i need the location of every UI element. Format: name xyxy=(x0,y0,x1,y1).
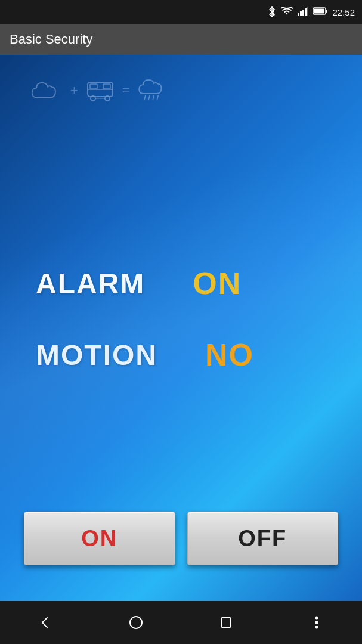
cloud-rain-icon xyxy=(137,79,171,103)
recents-button[interactable] xyxy=(212,608,240,637)
button-area: ON OFF xyxy=(12,512,350,589)
svg-rect-20 xyxy=(221,618,231,627)
svg-point-23 xyxy=(315,626,318,629)
svg-point-21 xyxy=(315,617,318,620)
bluetooth-icon xyxy=(268,6,276,18)
svg-line-17 xyxy=(153,95,154,100)
svg-line-15 xyxy=(144,95,146,100)
alarm-value: ON xyxy=(193,265,242,301)
back-button[interactable] xyxy=(31,608,60,637)
motion-value: NO xyxy=(205,337,254,373)
svg-rect-14 xyxy=(103,84,110,89)
svg-rect-6 xyxy=(326,10,327,13)
svg-rect-3 xyxy=(305,8,307,16)
title-bar: Basic Security xyxy=(0,24,362,55)
wifi-icon xyxy=(281,7,293,17)
battery-icon xyxy=(313,7,327,17)
home-button[interactable] xyxy=(122,608,150,637)
app-title: Basic Security xyxy=(10,32,92,47)
motion-row: MOTION NO xyxy=(36,337,254,373)
motion-label: MOTION xyxy=(36,339,157,371)
nav-bar xyxy=(0,601,362,644)
svg-point-19 xyxy=(130,617,142,628)
on-button[interactable]: ON xyxy=(24,512,175,565)
svg-rect-1 xyxy=(300,11,302,16)
signal-icon xyxy=(298,7,308,17)
off-button[interactable]: OFF xyxy=(187,512,339,565)
svg-line-18 xyxy=(157,95,158,100)
svg-rect-0 xyxy=(298,13,299,16)
menu-button[interactable] xyxy=(302,608,331,637)
svg-point-22 xyxy=(315,621,318,624)
svg-rect-13 xyxy=(90,84,97,89)
svg-rect-7 xyxy=(314,9,324,14)
plus-icon: + xyxy=(70,83,78,98)
svg-rect-4 xyxy=(307,7,308,16)
status-area: ALARM ON MOTION NO xyxy=(12,126,350,512)
alarm-label: ALARM xyxy=(36,267,145,300)
svg-rect-2 xyxy=(302,10,304,16)
status-bar: 22:52 xyxy=(0,0,362,24)
svg-line-16 xyxy=(148,95,150,100)
header-icons: + = xyxy=(12,67,350,114)
main-content: + = ALARM ON MOTION NO xyxy=(0,55,362,601)
alarm-row: ALARM ON xyxy=(36,265,242,301)
cloud-icon xyxy=(30,79,63,103)
time-display: 22:52 xyxy=(332,7,355,17)
bus-icon xyxy=(85,79,115,103)
equals-icon: = xyxy=(122,83,130,98)
